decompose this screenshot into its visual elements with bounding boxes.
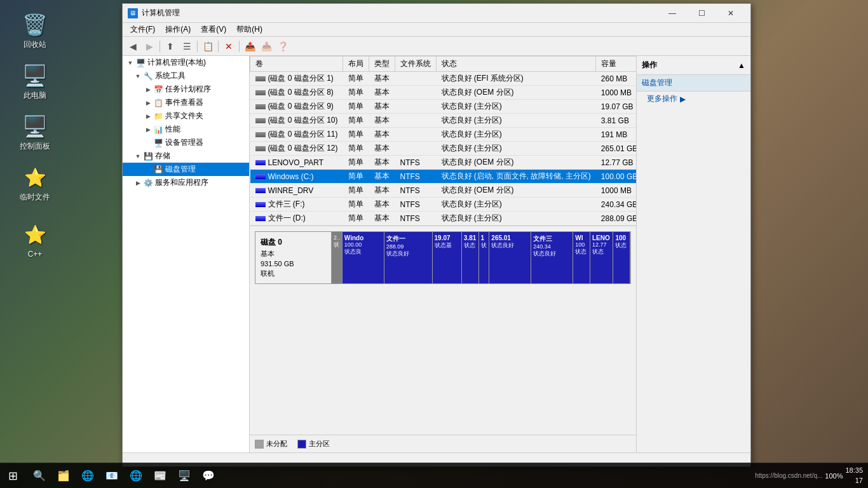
table-cell-size: 265.01 GB [596,142,636,156]
up-button[interactable]: ⬆ [163,39,178,53]
table-row[interactable]: Windows (C:) 简单 基本 NTFS 状态良好 (启动, 页面文件, … [250,170,637,184]
partition-block[interactable]: 19.07 状态基 [433,232,462,283]
table-cell-size: 100.00 GB [596,170,636,184]
show-hide-button[interactable]: ☰ [179,39,194,53]
import-button[interactable]: 📥 [259,39,274,53]
toolbar-separator-4 [239,41,240,52]
table-cell-fs [395,72,437,86]
legend-unallocated-label: 未分配 [266,439,287,449]
event-expand: ▶ [143,98,153,108]
partition-block[interactable]: 265.01 状态良好 [489,232,531,283]
table-row[interactable]: WINRE_DRV 简单 基本 NTFS 状态良好 (OEM 分区) 1000 … [250,184,637,198]
computer-management-window: 🖥 计算机管理 — ☐ ✕ 文件(F) 操作(A) 查看(V) 帮助(H) ◀ … [122,3,751,467]
taskbar-tray: https://blog.csdn.net/q... 100% 18:35 17 [750,466,868,485]
action-disk-mgmt-header[interactable]: 磁盘管理 [637,75,750,92]
start-button[interactable]: ⊞ [0,463,25,489]
partition-block[interactable]: 100 状态 [613,232,630,283]
taskbar-icons: 🔍 🗂️ 🌐 📧 🌐 📰 🖥️ 💬 [25,464,222,487]
disk-table-area[interactable]: 卷 布局 类型 文件系统 状态 容量 (磁盘 0 磁盘分区 1) 简单 基本 状… [250,56,636,226]
sidebar-item-computer-mgmt[interactable]: ▼ 🖥️ 计算机管理(本地) [123,56,249,69]
sidebar-item-services[interactable]: ▶ ⚙️ 服务和应用程序 [123,176,249,189]
legend-primary-label: 主分区 [309,439,330,449]
table-cell-fs: NTFS [395,184,437,198]
menu-view[interactable]: 查看(V) [196,23,231,36]
table-row[interactable]: (磁盘 0 磁盘分区 10) 简单 基本 状态良好 (主分区) 3.81 GB [250,114,637,128]
minimize-button[interactable]: — [658,4,687,23]
event-label: 事件查看器 [165,97,203,108]
partition-block[interactable]: 1 状 [479,232,490,283]
more-actions-chevron: ▶ [680,95,686,104]
desktop-icon-tempfiles[interactable]: ⭐ 临时文件 [10,162,60,204]
partition-block[interactable]: 3.81 状态 [462,232,479,283]
table-cell-status: 状态良好 (OEM 分区) [437,156,596,170]
sidebar-item-shared-folders[interactable]: ▶ 📁 共享文件夹 [123,109,249,123]
partition-block[interactable]: LENO 12.77 状态 [590,232,613,283]
taskbar-search-button[interactable]: 🔍 [28,464,51,487]
close-button[interactable]: ✕ [716,4,745,23]
disk-0-row: 磁盘 0 基本 931.50 GB 联机 20 状 Windo 100.00 状… [255,231,631,284]
taskbar-edge-button[interactable]: 🌐 [76,464,99,487]
partition-block[interactable]: Windo 100.00 状态良 [342,232,384,283]
sidebar-item-storage[interactable]: ▼ 💾 存储 [123,149,249,163]
sidebar-item-task-scheduler[interactable]: ▶ 📅 任务计划程序 [123,83,249,96]
help-toolbar-button[interactable]: ❓ [275,39,290,53]
desktop-icon-mycomputer[interactable]: 🖥️ 此电脑 [10,60,60,102]
menu-file[interactable]: 文件(F) [125,23,160,36]
sidebar-item-system-tools[interactable]: ▼ 🔧 系统工具 [123,69,249,83]
table-cell-vol: 文件一 (D:) [250,212,343,226]
table-row[interactable]: (磁盘 0 磁盘分区 1) 简单 基本 状态良好 (EFI 系统分区) 260 … [250,72,637,86]
disk-0-type: 基本 [261,249,326,259]
table-cell-size: 191 MB [596,128,636,142]
table-row[interactable]: (磁盘 0 磁盘分区 8) 简单 基本 状态良好 (OEM 分区) 1000 M… [250,86,637,100]
task-label: 任务计划程序 [165,84,211,95]
my-computer-label: 此电脑 [24,91,46,100]
table-cell-type: 基本 [369,100,395,114]
control-panel-icon: 🖥️ [22,114,48,139]
table-row[interactable]: 文件三 (F:) 简单 基本 NTFS 状态良好 (主分区) 240.34 GB [250,198,637,212]
sidebar-item-performance[interactable]: ▶ 📊 性能 [123,123,249,136]
table-cell-size: 1000 MB [596,184,636,198]
action-collapse-icon[interactable]: ▲ [738,61,745,70]
maximize-button[interactable]: ☐ [687,4,716,23]
partition-status: 状态良好 [386,250,430,258]
table-row[interactable]: (磁盘 0 磁盘分区 11) 简单 基本 状态良好 (主分区) 191 MB [250,128,637,142]
taskbar-news-button[interactable]: 📰 [149,464,172,487]
partition-status: 状态 [575,248,588,256]
partition-block[interactable]: 20 状 [332,232,342,283]
desktop-icon-recycle[interactable]: 🗑️ 回收站 [10,10,60,51]
partition-block[interactable]: WI 100 状态 [573,232,590,283]
table-row[interactable]: (磁盘 0 磁盘分区 9) 简单 基本 状态良好 (主分区) 19.07 GB [250,100,637,114]
table-cell-status: 状态良好 (主分区) [437,128,596,142]
col-type: 类型 [369,57,395,72]
table-cell-vol: (磁盘 0 磁盘分区 10) [250,114,343,128]
sidebar-item-device-mgr[interactable]: 🖥️ 设备管理器 [123,136,249,149]
table-row[interactable]: (磁盘 0 磁盘分区 12) 简单 基本 状态良好 (主分区) 265.01 G… [250,142,637,156]
menu-help[interactable]: 帮助(H) [231,23,268,36]
partition-name: Windo [344,234,382,241]
export-button[interactable]: 📤 [242,39,257,53]
taskbar-computer-button[interactable]: 🖥️ [173,464,196,487]
taskbar-wechat-button[interactable]: 💬 [197,464,220,487]
delete-button[interactable]: ✕ [221,39,236,53]
properties-button[interactable]: 📋 [200,39,215,53]
partition-block[interactable]: 文件三 240.34 状态良好 [531,232,573,283]
forward-button[interactable]: ▶ [142,39,157,53]
taskbar-store-button[interactable]: 🌐 [125,464,147,487]
col-status: 状态 [437,57,596,72]
action-more-link[interactable]: 更多操作 ▶ [637,92,750,106]
sidebar-item-disk-mgmt[interactable]: 💾 磁盘管理 [123,163,249,176]
back-button[interactable]: ◀ [125,39,140,53]
menu-action[interactable]: 操作(A) [160,23,196,36]
taskbar-mail-button[interactable]: 📧 [100,464,123,487]
partition-block[interactable]: 文件一 288.09 状态良好 [384,232,433,283]
perf-icon: 📊 [153,125,163,135]
table-row[interactable]: LENOVO_PART 简单 基本 NTFS 状态良好 (OEM 分区) 12.… [250,156,637,170]
taskbar-taskview-button[interactable]: 🗂️ [52,464,75,487]
shared-label: 共享文件夹 [165,111,203,121]
table-cell-fs [395,128,437,142]
desktop-icon-cpp[interactable]: ⭐ C++ [10,219,60,261]
desktop-icon-controlpanel[interactable]: 🖥️ 控制面板 [10,111,60,153]
table-row[interactable]: 文件一 (D:) 简单 基本 NTFS 状态良好 (主分区) 288.09 GB [250,212,637,226]
sidebar-item-event-viewer[interactable]: ▶ 📋 事件查看器 [123,96,249,109]
partition-name: LENO [592,234,611,241]
